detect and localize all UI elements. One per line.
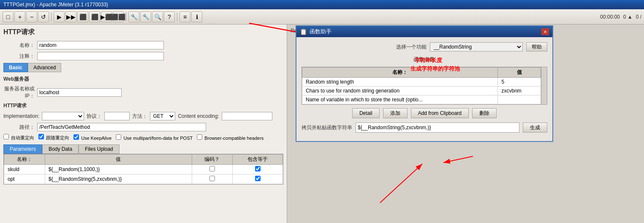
modal-row-1: Random string length 5 [302,78,541,87]
keepalive-cb[interactable] [73,134,79,140]
add-clipboard-btn[interactable]: Add from Clipboard [411,108,469,118]
tab-advanced[interactable]: Advanced [28,63,61,72]
name-row: 名称： [3,41,283,49]
modal-param-name-3: Name of variable in which to store the r… [302,95,498,104]
run-btn[interactable]: ▶ [54,11,65,22]
path-label: 路径： [3,124,37,131]
sub-tab-parameters[interactable]: Parameters [3,144,42,154]
modal-row-3: Name of variable in which to store the r… [302,95,541,104]
modal-table: 名称： 值 Random string length 5 Chars to us… [302,67,541,104]
follow-redirect-label[interactable]: 跟随重定向 [38,134,69,141]
method-label: 方法： [132,113,147,120]
sub-tab-files[interactable]: Files Upload [79,144,120,154]
table-row: skuld ${__Random(1,1000,)} [4,165,283,174]
list-btn[interactable]: ≡ [179,11,190,22]
function-helper-modal[interactable]: 📋 函数助手 ✕ 选择一个功能 __RandomString 帮助 函数参数 [296,25,553,142]
clear-btn[interactable]: ⬛⬛ [113,11,124,22]
path-row: 路径： [3,123,283,131]
encode-cb-2[interactable] [209,176,215,181]
comment-input[interactable] [37,52,164,60]
modal-col-value: 值 [498,68,541,78]
function-select[interactable]: __RandomString [430,42,523,52]
delete-btn[interactable]: 删除 [472,108,497,118]
encode-cb-1[interactable] [209,166,215,171]
impl-label: Implementation: [3,113,39,119]
run-all-btn[interactable]: ▶▶ [65,11,76,22]
remove-btn[interactable]: − [26,11,37,22]
paste-label: 拷贝并粘贴函数字符串 [302,124,352,131]
browser-headers-label[interactable]: Browser-compatible headers [197,134,264,141]
new-btn[interactable]: □ [3,11,14,22]
add-btn[interactable]: + [14,11,25,22]
param-table-wrap: 名称： 值 编码？ 包含等于 skuld ${__Random(1,1000,)… [3,154,283,185]
param-include-1 [233,165,283,174]
checkbox-row: 自动重定向 跟随重定向 Use KeepAlive Use multipart/… [3,134,283,141]
path-input[interactable] [37,123,206,131]
function-select-row: 选择一个功能 __RandomString 帮助 [302,42,547,52]
method-select[interactable]: GET [150,112,175,120]
select-label: 选择一个功能 [396,44,427,51]
detail-btn[interactable]: Detail [352,108,380,118]
param-value-2: ${__RandomString(5,zxcvbnm,)} [45,174,192,184]
reset-btn[interactable]: ↺ [38,11,49,22]
template-btn[interactable]: 🔧 [128,11,139,22]
sub-tabs: Parameters Body Data Files Upload [3,144,283,154]
comment-row: 注释： [3,52,283,60]
script-btn[interactable]: 🔧 [140,11,151,22]
keepalive-label[interactable]: Use KeepAlive [73,134,111,141]
generate-btn[interactable]: 生成 [523,122,547,133]
section-title: 函数参数 [302,56,547,63]
modal-paste-row: 拷贝并粘贴函数字符串 生成 [302,122,547,133]
col-name: 名称： [4,155,45,165]
param-name-1: skuld [4,165,45,174]
tab-basic[interactable]: Basic [3,63,28,72]
col-include: 包含等于 [233,155,283,165]
stop-btn[interactable]: ⬛ [77,11,88,22]
modal-param-value-1[interactable]: 5 [498,78,541,87]
name-input[interactable] [37,41,164,49]
multipart-label[interactable]: Use multipart/form-data for POST [116,134,193,141]
title-bar: TTTPGet.jmx) - Apache JMeter (3.1 r17700… [0,0,644,9]
panel-title: HTTP请求 [3,28,283,37]
param-include-2 [233,174,283,184]
http-request-title: HTTP请求 [3,102,283,109]
modal-title: 函数助手 [310,28,332,35]
search-btn[interactable]: 🔍 [152,11,163,22]
modal-param-value-2[interactable]: zxcvbnm [498,87,541,95]
toolbar: □ + − ↺ ▶ ▶▶ ⬛ ⬛ ▶⬛ ⬛⬛ 🔧 🔧 🔍 ? ≡ ℹ 00:00… [0,9,644,24]
col-value: 值 [45,155,192,165]
stop-now-btn[interactable]: ⬛ [89,11,100,22]
help-btn[interactable]: ? [164,11,175,22]
modal-param-name-1: Random string length [302,78,498,87]
table-row: opt ${__RandomString(5,zxcvbnm,)} [4,174,283,184]
sep2 [126,12,126,22]
modal-close-btn[interactable]: ✕ [541,28,549,35]
browser-headers-cb[interactable] [197,134,202,140]
follow-redirect-cb[interactable] [38,134,44,139]
paste-input[interactable] [356,122,519,133]
multipart-cb[interactable] [116,134,121,140]
include-cb-1[interactable] [255,166,261,171]
toolbar-right: 00:00:00 0 ▲ 0 / [600,14,641,20]
modal-param-value-3[interactable] [498,95,541,104]
help-button[interactable]: 帮助 [526,42,547,52]
info-btn[interactable]: ℹ [191,11,202,22]
http-options-row: Implementation: 协议： 方法： GET Content enco… [3,112,283,120]
include-cb-2[interactable] [255,176,261,181]
col-encode: 编码？ [192,155,233,165]
modal-param-name-2: Chars to use for random string generatio… [302,87,498,95]
modal-table-wrap: 名称： 值 Random string length 5 Chars to us… [302,67,547,105]
encoding-input[interactable] [222,112,272,120]
modal-body: 选择一个功能 __RandomString 帮助 函数参数 名称： 值 [296,37,552,141]
server-input[interactable] [37,88,122,97]
auto-redirect-label[interactable]: 自动重定向 [3,134,34,141]
auto-redirect-cb[interactable] [3,134,9,139]
sub-tab-body[interactable]: Body Data [42,144,79,154]
impl-select[interactable] [42,112,84,120]
protocol-input[interactable] [104,112,130,120]
encoding-label: Content encoding: [178,113,219,119]
param-encode-2 [192,174,233,184]
add-btn[interactable]: 添加 [383,108,408,118]
pause-btn[interactable]: ▶⬛ [101,11,112,22]
sep3 [177,12,177,22]
